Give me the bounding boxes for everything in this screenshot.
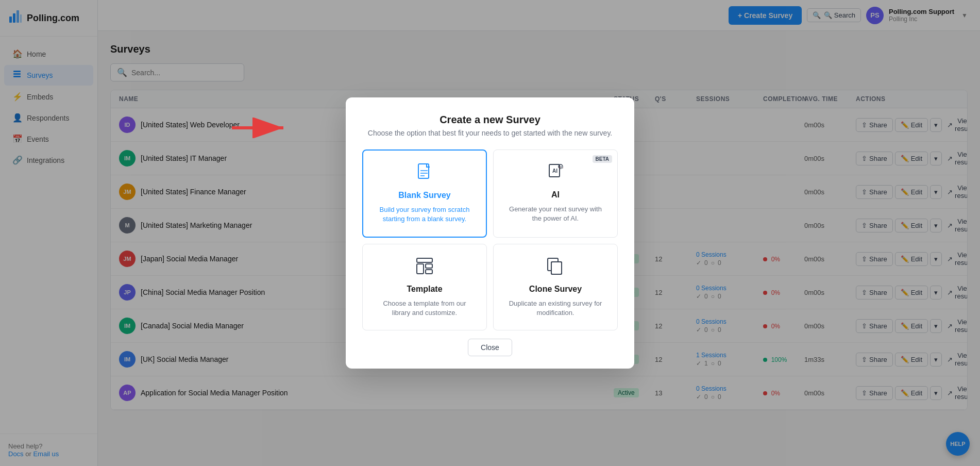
modal: Create a new Survey Choose the option th… [346,97,634,369]
svg-rect-22 [551,262,562,274]
modal-option-ai[interactable]: BETA AI 🤖 AI Generate your next survey w… [493,149,618,237]
clone-title: Clone Survey [529,285,582,294]
blank-survey-desc: Build your survey from scratch starting … [374,205,476,224]
template-desc: Choose a template from our library and c… [373,299,476,318]
svg-text:AI: AI [552,168,557,174]
svg-rect-20 [426,270,432,274]
beta-badge: BETA [593,155,612,163]
modal-subtitle: Choose the option that best fit your nee… [362,129,618,137]
svg-rect-17 [417,258,432,262]
svg-rect-18 [417,264,424,274]
modal-footer: Close [362,339,618,356]
blank-survey-icon [415,163,434,186]
template-title: Template [407,285,442,294]
clone-desc: Duplicate an existing survey for modific… [504,299,607,318]
clone-icon [546,257,565,279]
modal-options-grid: Blank Survey Build your survey from scra… [362,149,618,330]
ai-title: AI [551,190,560,199]
ai-icon: AI 🤖 [546,162,565,185]
modal-close-button[interactable]: Close [468,339,512,356]
modal-option-template[interactable]: Template Choose a template from our libr… [362,244,487,330]
blank-survey-title: Blank Survey [398,191,450,200]
modal-option-blank[interactable]: Blank Survey Build your survey from scra… [362,149,487,237]
template-icon [415,257,434,279]
red-arrow [232,118,294,140]
modal-overlay[interactable]: Create a new Survey Choose the option th… [0,0,980,466]
svg-text:🤖: 🤖 [560,165,564,169]
svg-rect-19 [426,264,432,268]
modal-option-clone[interactable]: Clone Survey Duplicate an existing surve… [493,244,618,330]
modal-title: Create a new Survey [362,114,618,126]
ai-desc: Generate your next survey with the power… [504,205,607,223]
